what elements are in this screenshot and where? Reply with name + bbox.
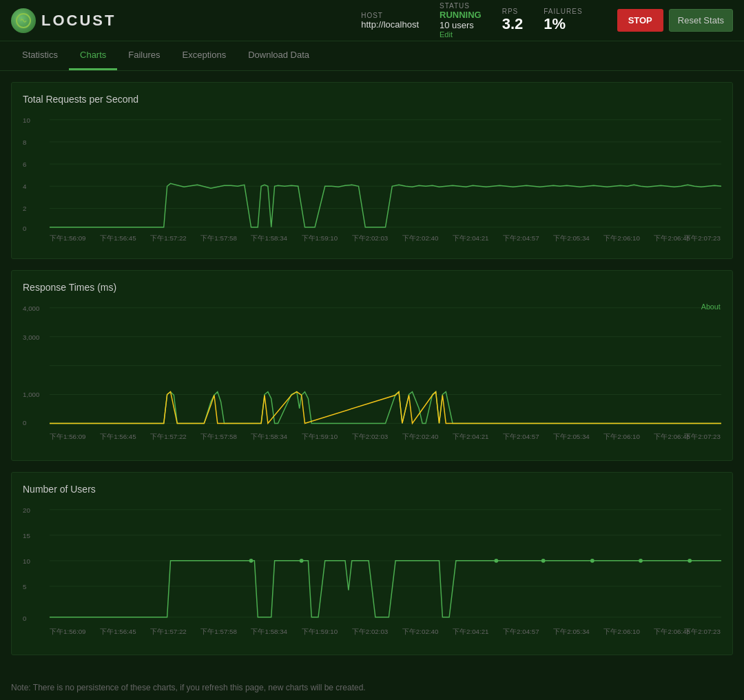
x-label-4: 下午1:58:34: [251, 234, 287, 242]
header-buttons: STOP Reset Stats: [617, 9, 733, 32]
y-label-4000: 4,000: [23, 305, 40, 312]
x-label-8: 下午2:04:21: [453, 234, 489, 242]
logo-area: LOCUST: [11, 8, 116, 33]
x-label-7: 下午2:02:40: [402, 234, 439, 242]
user-dot-4: [541, 558, 546, 562]
x-label-6: 下午2:02:03: [352, 234, 389, 242]
y-label-6: 6: [23, 161, 26, 168]
x-label-u-13: 下午2:07:23: [684, 628, 721, 635]
about-link[interactable]: About: [701, 302, 721, 311]
user-dot-2: [300, 558, 304, 562]
status-value: RUNNING: [440, 10, 482, 20]
status-sub: 10 users: [440, 20, 474, 30]
x-label-u-9: 下午2:04:57: [503, 628, 539, 635]
user-dot-5: [590, 558, 595, 562]
response-times-title: Response Times (ms): [23, 282, 721, 293]
x-label-u-5: 下午1:59:10: [302, 628, 338, 635]
logo-icon: [11, 8, 36, 33]
x-label-5: 下午1:59:10: [302, 234, 338, 242]
y-label-1000: 1,000: [23, 391, 40, 398]
x-label-13: 下午2:07:23: [684, 234, 721, 242]
status-stat: STATUS RUNNING 10 users Edit: [440, 2, 482, 39]
edit-link[interactable]: Edit: [440, 30, 453, 39]
x-label-rt-6: 下午2:02:03: [352, 433, 389, 440]
x-label-u-3: 下午1:57:58: [200, 628, 237, 635]
rps-value: 3.2: [502, 15, 524, 33]
response-times-svg: 4,000 3,000 1,000 0 About 下午1:56:09: [23, 301, 721, 449]
rps-label: RPS: [502, 8, 519, 15]
nav-failures[interactable]: Failures: [117, 41, 171, 70]
y-label-10: 10: [23, 116, 30, 124]
note: Note: There is no persistence of these c…: [0, 677, 744, 700]
x-label-2: 下午1:57:22: [150, 234, 187, 242]
y-label-10: 10: [23, 557, 30, 564]
response-percentile-line: [50, 392, 721, 424]
user-dot-3: [494, 558, 498, 562]
reset-stats-button[interactable]: Reset Stats: [669, 9, 733, 32]
x-label-u-2: 下午1:57:22: [150, 628, 187, 635]
nav: Statistics Charts Failures Exceptions Do…: [0, 41, 744, 71]
x-label-rt-8: 下午2:04:21: [453, 433, 489, 440]
status-label: STATUS: [440, 2, 470, 10]
number-of-users-chart: 20 15 10 5 0: [23, 503, 721, 644]
nav-exceptions[interactable]: Exceptions: [172, 41, 238, 70]
failures-value: 1%: [544, 15, 566, 33]
host-value: http://localhost: [361, 19, 419, 30]
x-label-rt-1: 下午1:56:45: [100, 433, 136, 440]
response-times-chart: 4,000 3,000 1,000 0 About 下午1:56:09: [23, 301, 721, 449]
number-of-users-section: Number of Users 20 15 10 5 0: [11, 472, 733, 656]
x-label-u-0: 下午1:56:09: [50, 628, 86, 635]
y-label-8: 8: [23, 138, 26, 146]
x-label-rt-10: 下午2:05:34: [553, 433, 590, 440]
x-label-u-7: 下午2:02:40: [402, 628, 439, 635]
y-label-5: 5: [23, 582, 27, 590]
failures-stat: FAILURES 1%: [544, 8, 582, 33]
x-label-u-11: 下午2:06:10: [603, 628, 640, 635]
response-median-line: [50, 392, 721, 424]
x-label-0: 下午1:56:09: [50, 234, 86, 242]
y-label-3000: 3,000: [23, 333, 40, 341]
x-label-u-1: 下午1:56:45: [100, 628, 136, 635]
total-requests-chart: 10 8 6 4 2 0 下午1:56:09 下午1:56:45 下午1:57:…: [23, 113, 721, 247]
x-label-rt-3: 下午1:57:58: [200, 433, 237, 440]
x-label-rt-5: 下午1:59:10: [302, 433, 338, 440]
x-label-11: 下午2:06:10: [603, 234, 640, 242]
main-content: Total Requests per Second 10 8 6 4 2 0: [0, 71, 744, 677]
nav-statistics[interactable]: Statistics: [11, 41, 69, 70]
host-stat: HOST http://localhost: [361, 12, 419, 30]
x-label-u-4: 下午1:58:34: [251, 628, 287, 635]
x-label-3: 下午1:57:58: [200, 234, 237, 242]
x-label-rt-0: 下午1:56:09: [50, 433, 86, 440]
x-label-rt-7: 下午2:02:40: [402, 433, 439, 440]
x-label-u-6: 下午2:02:03: [352, 628, 389, 635]
x-label-10: 下午2:05:34: [553, 234, 590, 242]
x-label-rt-13: 下午2:07:23: [684, 433, 721, 440]
stop-button[interactable]: STOP: [617, 9, 663, 32]
x-label-rt-4: 下午1:58:34: [251, 433, 287, 440]
nav-charts[interactable]: Charts: [69, 41, 117, 70]
logo-text: LOCUST: [41, 12, 116, 30]
x-label-1: 下午1:56:45: [100, 234, 136, 242]
y-label-15: 15: [23, 531, 30, 539]
users-line: [50, 560, 721, 617]
rps-line: [50, 183, 721, 227]
x-label-rt-2: 下午1:57:22: [150, 433, 187, 440]
rps-stat: RPS 3.2: [502, 8, 524, 33]
x-label-u-8: 下午2:04:21: [453, 628, 489, 635]
response-times-section: Response Times (ms) 4,000 3,000 1,000 0 …: [11, 270, 733, 461]
user-dot-6: [639, 558, 643, 562]
x-label-rt-11: 下午2:06:10: [603, 433, 640, 440]
number-of-users-title: Number of Users: [23, 484, 721, 495]
y-label-0: 0: [23, 225, 27, 232]
header-stats: HOST http://localhost STATUS RUNNING 10 …: [361, 2, 733, 39]
y-label-20: 20: [23, 506, 30, 513]
host-label: HOST: [361, 12, 383, 19]
x-label-u-10: 下午2:05:34: [553, 628, 590, 635]
y-label-0-rt: 0: [23, 419, 27, 426]
nav-download-data[interactable]: Download Data: [237, 41, 320, 70]
user-dot-7: [688, 558, 692, 562]
failures-label: FAILURES: [544, 8, 582, 15]
user-dot-1: [249, 558, 254, 562]
y-label-0-u: 0: [23, 614, 27, 621]
number-of-users-svg: 20 15 10 5 0: [23, 503, 721, 644]
